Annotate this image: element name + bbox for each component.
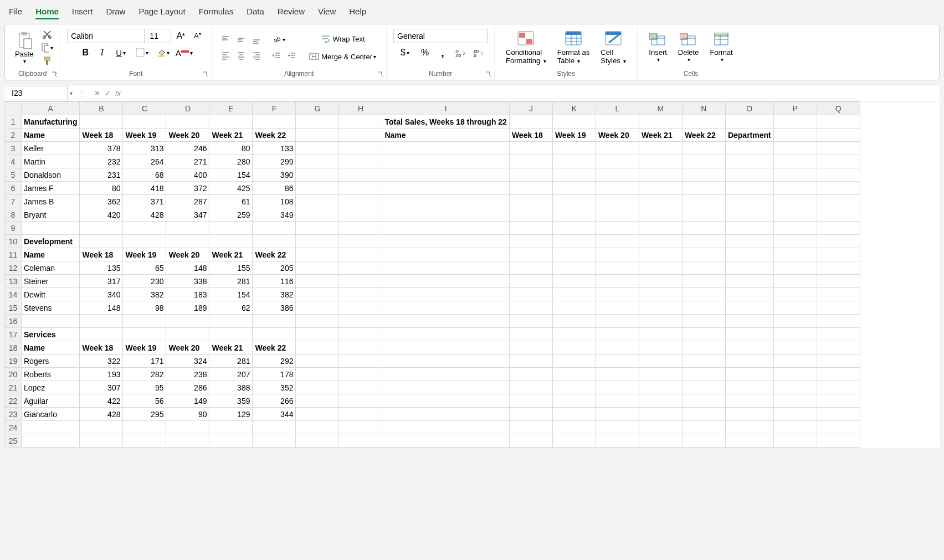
cell-F1[interactable] — [253, 115, 296, 129]
cell-D6[interactable]: 372 — [166, 182, 209, 195]
cell-K21[interactable] — [552, 381, 596, 394]
cell-I22[interactable] — [382, 394, 509, 408]
cell-N14[interactable] — [682, 288, 725, 301]
cell-E24[interactable] — [209, 421, 253, 434]
row-header-12[interactable]: 12 — [5, 261, 22, 275]
row-header-17[interactable]: 17 — [5, 328, 22, 341]
cell-C5[interactable]: 68 — [123, 168, 166, 182]
cell-H17[interactable] — [339, 328, 382, 341]
cell-I13[interactable] — [382, 275, 509, 288]
cell-K24[interactable] — [552, 421, 596, 434]
increase-decimal-button[interactable]: .0.00 — [453, 45, 468, 60]
menu-data[interactable]: Data — [247, 4, 264, 19]
cell-L16[interactable] — [596, 315, 639, 328]
row-header-24[interactable]: 24 — [5, 421, 22, 434]
cell-P14[interactable] — [773, 288, 817, 301]
cell-G1[interactable] — [296, 115, 339, 129]
cell-N6[interactable] — [682, 182, 725, 195]
paste-button[interactable]: Paste ▾ — [12, 30, 37, 65]
cell-B14[interactable]: 340 — [80, 288, 123, 301]
cell-L4[interactable] — [596, 155, 639, 168]
row-header-8[interactable]: 8 — [5, 208, 22, 222]
cell-E11[interactable]: Week 21 — [209, 248, 253, 261]
cell-A18[interactable]: Name — [22, 341, 80, 355]
cell-M21[interactable] — [639, 381, 682, 394]
cell-I5[interactable] — [382, 168, 509, 182]
cell-J21[interactable] — [509, 381, 552, 394]
cell-D19[interactable]: 324 — [166, 355, 209, 368]
cell-P24[interactable] — [773, 421, 817, 434]
cell-G10[interactable] — [296, 235, 339, 248]
cell-J8[interactable] — [509, 208, 552, 222]
cell-F2[interactable]: Week 22 — [253, 129, 296, 142]
col-header-M[interactable]: M — [639, 102, 682, 115]
cell-B13[interactable]: 317 — [80, 275, 123, 288]
cell-P1[interactable] — [773, 115, 817, 129]
cell-C17[interactable] — [123, 328, 166, 341]
menu-page-layout[interactable]: Page Layout — [138, 4, 185, 19]
cell-I10[interactable] — [382, 235, 509, 248]
cell-N20[interactable] — [682, 368, 725, 381]
row-header-18[interactable]: 18 — [5, 341, 22, 355]
cell-A9[interactable] — [22, 222, 80, 235]
cell-E8[interactable]: 259 — [209, 208, 253, 222]
cell-P19[interactable] — [773, 355, 817, 368]
cell-E13[interactable]: 281 — [209, 275, 253, 288]
italic-button[interactable]: I — [95, 45, 109, 60]
cell-K5[interactable] — [552, 168, 596, 182]
cell-A12[interactable]: Coleman — [22, 261, 80, 275]
cell-H19[interactable] — [339, 355, 382, 368]
cell-P5[interactable] — [773, 168, 817, 182]
cell-K12[interactable] — [552, 261, 596, 275]
cell-M6[interactable] — [639, 182, 682, 195]
cell-C1[interactable] — [123, 115, 166, 129]
cell-P9[interactable] — [773, 222, 817, 235]
cell-J6[interactable] — [509, 182, 552, 195]
format-as-table-button[interactable]: Format asTable ▾ — [553, 29, 594, 66]
row-header-6[interactable]: 6 — [5, 182, 22, 195]
cell-N22[interactable] — [682, 394, 725, 408]
cell-K18[interactable] — [552, 341, 596, 355]
cell-N4[interactable] — [682, 155, 725, 168]
cell-M19[interactable] — [639, 355, 682, 368]
cell-O6[interactable] — [725, 182, 773, 195]
cell-K6[interactable] — [552, 182, 596, 195]
cell-C25[interactable] — [123, 434, 166, 448]
cell-I21[interactable] — [382, 381, 509, 394]
cell-D9[interactable] — [166, 222, 209, 235]
cell-B5[interactable]: 231 — [80, 168, 123, 182]
cell-C11[interactable]: Week 19 — [123, 248, 166, 261]
cell-N5[interactable] — [682, 168, 725, 182]
cell-G13[interactable] — [296, 275, 339, 288]
dialog-launcher-clipboard[interactable] — [51, 71, 58, 78]
cell-D7[interactable]: 287 — [166, 195, 209, 208]
cell-I11[interactable] — [382, 248, 509, 261]
cell-I6[interactable] — [382, 182, 509, 195]
cell-K3[interactable] — [552, 142, 596, 155]
cell-G3[interactable] — [296, 142, 339, 155]
cell-K8[interactable] — [552, 208, 596, 222]
cell-E20[interactable]: 207 — [209, 368, 253, 381]
cell-G8[interactable] — [296, 208, 339, 222]
cell-E3[interactable]: 80 — [209, 142, 253, 155]
cell-L10[interactable] — [596, 235, 639, 248]
cell-N18[interactable] — [682, 341, 725, 355]
cell-P10[interactable] — [773, 235, 817, 248]
cell-E22[interactable]: 359 — [209, 394, 253, 408]
cell-F12[interactable]: 205 — [253, 261, 296, 275]
cell-J19[interactable] — [509, 355, 552, 368]
cell-L3[interactable] — [596, 142, 639, 155]
cell-H21[interactable] — [339, 381, 382, 394]
cell-H14[interactable] — [339, 288, 382, 301]
cell-G18[interactable] — [296, 341, 339, 355]
cell-M12[interactable] — [639, 261, 682, 275]
cell-H25[interactable] — [339, 434, 382, 448]
cell-P17[interactable] — [773, 328, 817, 341]
cell-A16[interactable] — [22, 315, 80, 328]
row-header-23[interactable]: 23 — [5, 408, 22, 421]
align-top-button[interactable] — [218, 33, 233, 47]
cell-P23[interactable] — [773, 408, 817, 421]
cell-D14[interactable]: 183 — [166, 288, 209, 301]
cell-K19[interactable] — [552, 355, 596, 368]
cell-D24[interactable] — [166, 421, 209, 434]
